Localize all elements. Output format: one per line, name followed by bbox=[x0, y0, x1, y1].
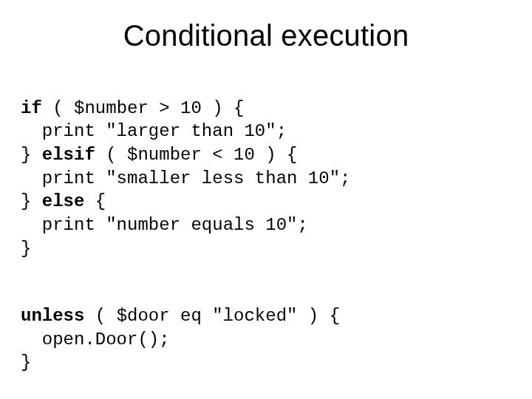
code-line: } elsif ( $number < 10 ) { bbox=[21, 145, 297, 165]
slide-title: Conditional execution bbox=[21, 19, 511, 52]
code-text: ( $door eq "locked" ) { bbox=[84, 306, 340, 326]
code-text: } bbox=[21, 191, 42, 211]
code-block-unless: unless ( $door eq "locked" ) { open.Door… bbox=[21, 281, 511, 375]
slide: Conditional execution if ( $number > 10 … bbox=[0, 0, 532, 399]
keyword-elsif: elsif bbox=[42, 145, 95, 165]
keyword-unless: unless bbox=[21, 306, 84, 326]
code-line: print "smaller less than 10"; bbox=[21, 168, 350, 188]
code-line: } bbox=[21, 352, 31, 372]
code-line: } bbox=[21, 239, 31, 259]
code-line: print "larger than 10"; bbox=[21, 121, 287, 141]
keyword-else: else bbox=[42, 191, 85, 211]
code-text: ( $number > 10 ) { bbox=[42, 98, 245, 118]
code-line: open.Door(); bbox=[21, 330, 170, 349]
code-text: } bbox=[21, 145, 42, 165]
code-line: unless ( $door eq "locked" ) { bbox=[21, 306, 340, 326]
code-text: ( $number < 10 ) { bbox=[95, 145, 298, 165]
keyword-if: if bbox=[21, 98, 42, 118]
code-text: { bbox=[84, 191, 106, 211]
code-line: } else { bbox=[21, 191, 106, 211]
code-line: if ( $number > 10 ) { bbox=[21, 98, 244, 118]
code-block-if-elsif-else: if ( $number > 10 ) { print "larger than… bbox=[21, 73, 511, 260]
code-line: print "number equals 10"; bbox=[21, 215, 308, 235]
